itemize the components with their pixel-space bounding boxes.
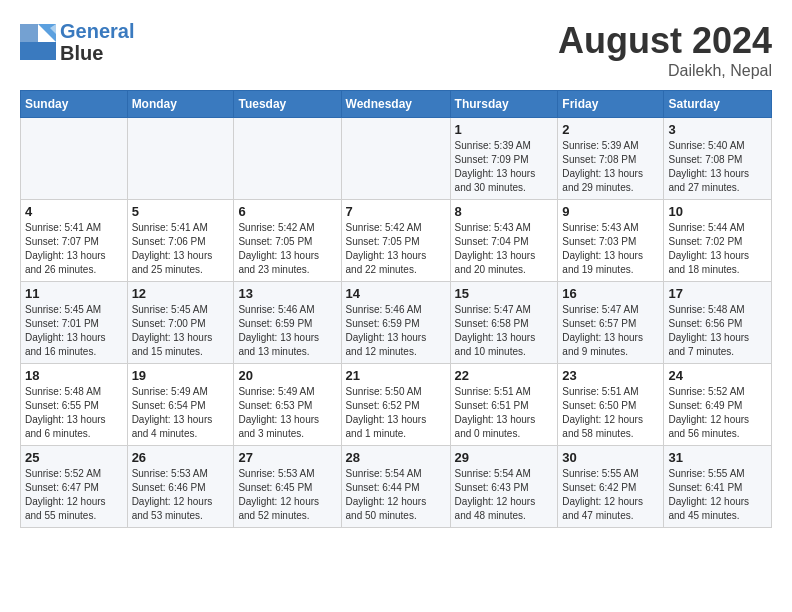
calendar-cell — [127, 118, 234, 200]
day-info: Sunrise: 5:49 AMSunset: 6:53 PMDaylight:… — [238, 385, 336, 441]
calendar-cell: 6Sunrise: 5:42 AMSunset: 7:05 PMDaylight… — [234, 200, 341, 282]
day-number: 30 — [562, 450, 659, 465]
day-info: Sunrise: 5:40 AMSunset: 7:08 PMDaylight:… — [668, 139, 767, 195]
day-info: Sunrise: 5:48 AMSunset: 6:55 PMDaylight:… — [25, 385, 123, 441]
day-number: 19 — [132, 368, 230, 383]
day-info: Sunrise: 5:53 AMSunset: 6:46 PMDaylight:… — [132, 467, 230, 523]
day-info: Sunrise: 5:42 AMSunset: 7:05 PMDaylight:… — [238, 221, 336, 277]
day-info: Sunrise: 5:51 AMSunset: 6:51 PMDaylight:… — [455, 385, 554, 441]
day-number: 31 — [668, 450, 767, 465]
day-info: Sunrise: 5:46 AMSunset: 6:59 PMDaylight:… — [238, 303, 336, 359]
day-number: 26 — [132, 450, 230, 465]
day-info: Sunrise: 5:55 AMSunset: 6:42 PMDaylight:… — [562, 467, 659, 523]
day-info: Sunrise: 5:50 AMSunset: 6:52 PMDaylight:… — [346, 385, 446, 441]
day-number: 2 — [562, 122, 659, 137]
weekday-header-wednesday: Wednesday — [341, 91, 450, 118]
logo-blue: Blue — [60, 42, 103, 64]
day-info: Sunrise: 5:43 AMSunset: 7:03 PMDaylight:… — [562, 221, 659, 277]
calendar-cell: 30Sunrise: 5:55 AMSunset: 6:42 PMDayligh… — [558, 446, 664, 528]
day-info: Sunrise: 5:39 AMSunset: 7:08 PMDaylight:… — [562, 139, 659, 195]
day-info: Sunrise: 5:47 AMSunset: 6:58 PMDaylight:… — [455, 303, 554, 359]
logo-icon — [20, 24, 56, 60]
day-info: Sunrise: 5:41 AMSunset: 7:06 PMDaylight:… — [132, 221, 230, 277]
calendar-cell: 31Sunrise: 5:55 AMSunset: 6:41 PMDayligh… — [664, 446, 772, 528]
day-number: 10 — [668, 204, 767, 219]
day-number: 11 — [25, 286, 123, 301]
day-number: 25 — [25, 450, 123, 465]
day-number: 15 — [455, 286, 554, 301]
calendar-cell: 25Sunrise: 5:52 AMSunset: 6:47 PMDayligh… — [21, 446, 128, 528]
day-number: 14 — [346, 286, 446, 301]
weekday-header-tuesday: Tuesday — [234, 91, 341, 118]
calendar-cell — [341, 118, 450, 200]
day-info: Sunrise: 5:54 AMSunset: 6:43 PMDaylight:… — [455, 467, 554, 523]
day-number: 13 — [238, 286, 336, 301]
calendar-week-row: 1Sunrise: 5:39 AMSunset: 7:09 PMDaylight… — [21, 118, 772, 200]
calendar-header-row: SundayMondayTuesdayWednesdayThursdayFrid… — [21, 91, 772, 118]
day-info: Sunrise: 5:52 AMSunset: 6:49 PMDaylight:… — [668, 385, 767, 441]
day-info: Sunrise: 5:43 AMSunset: 7:04 PMDaylight:… — [455, 221, 554, 277]
calendar-cell: 21Sunrise: 5:50 AMSunset: 6:52 PMDayligh… — [341, 364, 450, 446]
calendar-cell — [234, 118, 341, 200]
day-info: Sunrise: 5:45 AMSunset: 7:01 PMDaylight:… — [25, 303, 123, 359]
day-info: Sunrise: 5:46 AMSunset: 6:59 PMDaylight:… — [346, 303, 446, 359]
logo: General Blue — [20, 20, 134, 64]
calendar-cell — [21, 118, 128, 200]
calendar-cell: 3Sunrise: 5:40 AMSunset: 7:08 PMDaylight… — [664, 118, 772, 200]
page-header: General Blue August 2024 Dailekh, Nepal — [20, 20, 772, 80]
calendar-cell: 11Sunrise: 5:45 AMSunset: 7:01 PMDayligh… — [21, 282, 128, 364]
title-block: August 2024 Dailekh, Nepal — [558, 20, 772, 80]
day-number: 22 — [455, 368, 554, 383]
day-info: Sunrise: 5:55 AMSunset: 6:41 PMDaylight:… — [668, 467, 767, 523]
day-number: 7 — [346, 204, 446, 219]
day-number: 21 — [346, 368, 446, 383]
calendar-week-row: 18Sunrise: 5:48 AMSunset: 6:55 PMDayligh… — [21, 364, 772, 446]
svg-rect-1 — [38, 42, 56, 60]
calendar-cell: 9Sunrise: 5:43 AMSunset: 7:03 PMDaylight… — [558, 200, 664, 282]
calendar-cell: 18Sunrise: 5:48 AMSunset: 6:55 PMDayligh… — [21, 364, 128, 446]
day-number: 20 — [238, 368, 336, 383]
calendar-cell: 12Sunrise: 5:45 AMSunset: 7:00 PMDayligh… — [127, 282, 234, 364]
calendar-cell: 8Sunrise: 5:43 AMSunset: 7:04 PMDaylight… — [450, 200, 558, 282]
day-number: 8 — [455, 204, 554, 219]
day-number: 3 — [668, 122, 767, 137]
day-info: Sunrise: 5:44 AMSunset: 7:02 PMDaylight:… — [668, 221, 767, 277]
calendar-table: SundayMondayTuesdayWednesdayThursdayFrid… — [20, 90, 772, 528]
day-number: 12 — [132, 286, 230, 301]
day-info: Sunrise: 5:49 AMSunset: 6:54 PMDaylight:… — [132, 385, 230, 441]
day-number: 24 — [668, 368, 767, 383]
day-number: 9 — [562, 204, 659, 219]
weekday-header-thursday: Thursday — [450, 91, 558, 118]
day-info: Sunrise: 5:54 AMSunset: 6:44 PMDaylight:… — [346, 467, 446, 523]
day-number: 28 — [346, 450, 446, 465]
day-info: Sunrise: 5:41 AMSunset: 7:07 PMDaylight:… — [25, 221, 123, 277]
day-info: Sunrise: 5:51 AMSunset: 6:50 PMDaylight:… — [562, 385, 659, 441]
calendar-cell: 28Sunrise: 5:54 AMSunset: 6:44 PMDayligh… — [341, 446, 450, 528]
calendar-cell: 24Sunrise: 5:52 AMSunset: 6:49 PMDayligh… — [664, 364, 772, 446]
weekday-header-monday: Monday — [127, 91, 234, 118]
day-number: 23 — [562, 368, 659, 383]
calendar-cell: 29Sunrise: 5:54 AMSunset: 6:43 PMDayligh… — [450, 446, 558, 528]
day-number: 1 — [455, 122, 554, 137]
day-number: 6 — [238, 204, 336, 219]
weekday-header-sunday: Sunday — [21, 91, 128, 118]
weekday-header-saturday: Saturday — [664, 91, 772, 118]
day-info: Sunrise: 5:48 AMSunset: 6:56 PMDaylight:… — [668, 303, 767, 359]
calendar-cell: 22Sunrise: 5:51 AMSunset: 6:51 PMDayligh… — [450, 364, 558, 446]
calendar-cell: 27Sunrise: 5:53 AMSunset: 6:45 PMDayligh… — [234, 446, 341, 528]
svg-rect-0 — [20, 42, 38, 60]
calendar-cell: 4Sunrise: 5:41 AMSunset: 7:07 PMDaylight… — [21, 200, 128, 282]
day-number: 4 — [25, 204, 123, 219]
day-number: 27 — [238, 450, 336, 465]
day-info: Sunrise: 5:53 AMSunset: 6:45 PMDaylight:… — [238, 467, 336, 523]
day-number: 5 — [132, 204, 230, 219]
calendar-cell: 26Sunrise: 5:53 AMSunset: 6:46 PMDayligh… — [127, 446, 234, 528]
calendar-cell: 5Sunrise: 5:41 AMSunset: 7:06 PMDaylight… — [127, 200, 234, 282]
day-info: Sunrise: 5:47 AMSunset: 6:57 PMDaylight:… — [562, 303, 659, 359]
month-year-title: August 2024 — [558, 20, 772, 62]
calendar-cell: 19Sunrise: 5:49 AMSunset: 6:54 PMDayligh… — [127, 364, 234, 446]
calendar-cell: 23Sunrise: 5:51 AMSunset: 6:50 PMDayligh… — [558, 364, 664, 446]
calendar-cell: 13Sunrise: 5:46 AMSunset: 6:59 PMDayligh… — [234, 282, 341, 364]
calendar-week-row: 4Sunrise: 5:41 AMSunset: 7:07 PMDaylight… — [21, 200, 772, 282]
calendar-cell: 2Sunrise: 5:39 AMSunset: 7:08 PMDaylight… — [558, 118, 664, 200]
